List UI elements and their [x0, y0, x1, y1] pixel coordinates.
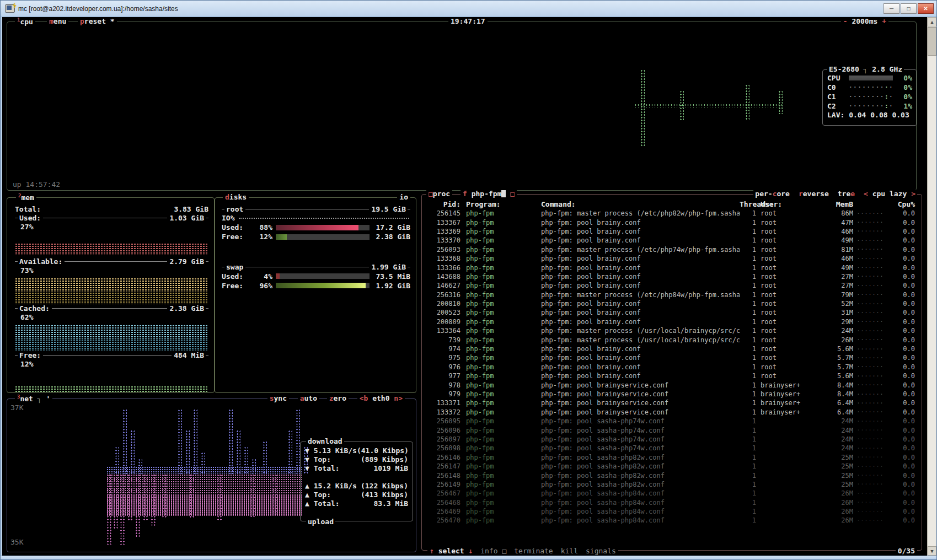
- proc-row[interactable]: 976php-fpmphp-fpm: pool brainy.conf1root…: [422, 363, 922, 371]
- proc-row[interactable]: 146627php-fpmphp-fpm: pool brainy.conf1r…: [422, 281, 922, 290]
- net-interface-selector[interactable]: <b eth0 n>: [357, 394, 405, 402]
- menu-button[interactable]: menu: [47, 17, 68, 25]
- signals-button[interactable]: signals: [586, 547, 616, 555]
- proc-row[interactable]: 256468php-fpmphp-fpm: pool sasha-php84w.…: [422, 498, 922, 507]
- maximize-button[interactable]: □: [901, 3, 917, 14]
- scroll-down-icon[interactable]: ▼: [928, 546, 936, 556]
- proc-row[interactable]: 256093php-fpmphp-fpm: master process (/e…: [422, 245, 922, 254]
- scrollbar-thumb[interactable]: [928, 27, 936, 56]
- net-download-spike: [244, 446, 248, 474]
- proc-row[interactable]: 133367php-fpmphp-fpm: pool brainy.conf1r…: [422, 218, 922, 227]
- proc-cell-usr: brainyser+: [761, 408, 821, 416]
- proc-row[interactable]: 200810php-fpmphp-fpm: pool brainy.conf1r…: [422, 299, 922, 308]
- proc-row[interactable]: 256147php-fpmphp-fpm: pool sasha-php82w.…: [422, 462, 922, 471]
- mem-total-row: Total:3.83 GiB: [15, 204, 208, 214]
- proc-row[interactable]: 256469php-fpmphp-fpm: pool sasha-php84w.…: [422, 507, 922, 516]
- close-button[interactable]: ✕: [918, 3, 934, 14]
- proc-box-toggle[interactable]: □proc: [426, 190, 452, 198]
- proc-row[interactable]: 256148php-fpmphp-fpm: pool sasha-php82w.…: [422, 471, 922, 480]
- scroll-up-icon[interactable]: ▲: [928, 17, 936, 26]
- proc-cell-prog: php-fpm: [466, 300, 541, 308]
- proc-row[interactable]: 256145php-fpmphp-fpm: master process (/e…: [422, 209, 922, 218]
- proc-row[interactable]: 256149php-fpmphp-fpm: pool sasha-php82w.…: [422, 480, 922, 489]
- proc-cell-prog: php-fpm: [466, 228, 541, 235]
- proc-cell-cpu: 0.0: [887, 427, 915, 434]
- proc-cell-prog: php-fpm: [466, 499, 541, 507]
- proc-row[interactable]: 133372php-fpmphp-fpm: pool brainyservice…: [422, 408, 922, 417]
- app-window: ϟ mc [root@a202.itdeveloper.com.ua]:/hom…: [0, 0, 937, 560]
- proc-row[interactable]: 200809php-fpmphp-fpm: pool brainy.conf1r…: [422, 317, 922, 326]
- proc-row[interactable]: 974php-fpmphp-fpm: pool brainy.conf1root…: [422, 344, 922, 353]
- cpu-model-label: E5-2680 ┐ 2.8 GHz: [827, 65, 904, 73]
- sort-selector[interactable]: < cpu lazy >: [864, 190, 915, 198]
- preset-button[interactable]: preset *: [78, 17, 117, 25]
- per-core-button[interactable]: per-core: [755, 190, 790, 198]
- proc-row[interactable]: 133370php-fpmphp-fpm: pool brainy.conf1r…: [422, 236, 922, 245]
- proc-cell-cpu: 0.0: [887, 354, 915, 362]
- proc-row[interactable]: 133366php-fpmphp-fpm: pool brainy.conf1r…: [422, 263, 922, 272]
- disks-box-toggle[interactable]: disks: [223, 193, 249, 201]
- proc-row[interactable]: 133364php-fpmphp-fpm: master process (/u…: [422, 326, 922, 335]
- interval-decrease-button[interactable]: -: [843, 17, 848, 25]
- proc-cell-thr: 1: [740, 499, 756, 507]
- proc-row[interactable]: 977php-fpmphp-fpm: pool brainy.conf1root…: [422, 371, 922, 380]
- proc-row[interactable]: 256146php-fpmphp-fpm: pool sasha-php82w.…: [422, 453, 922, 462]
- proc-row[interactable]: 133371php-fpmphp-fpm: pool brainyservice…: [422, 399, 922, 407]
- io-mode-button[interactable]: io: [397, 193, 410, 201]
- proc-cell-mem: 27M: [821, 273, 853, 281]
- net-box-toggle[interactable]: 3net ┐ ': [15, 394, 52, 403]
- proc-cell-cpu: 0.0: [887, 236, 915, 244]
- proc-cell-cmd: php-fpm: pool brainy.conf: [541, 228, 740, 235]
- proc-row[interactable]: 975php-fpmphp-fpm: pool brainy.conf1root…: [422, 353, 922, 362]
- proc-row[interactable]: 978php-fpmphp-fpm: pool brainyservice.co…: [422, 380, 922, 389]
- proc-cell-pid: 256468: [429, 499, 461, 507]
- proc-cell-dots: ·······: [853, 301, 887, 307]
- net-upload-spike: [135, 474, 140, 537]
- proc-cell-cpu: 0.0: [887, 372, 915, 380]
- cpu-meter-panel: E5-2680 ┐ 2.8 GHz CPU 0% C0 ············…: [822, 69, 917, 126]
- proc-row[interactable]: 256095php-fpmphp-fpm: pool sasha-php74w.…: [422, 417, 922, 426]
- proc-cell-thr: 1: [740, 454, 756, 461]
- window-scrollbar[interactable]: ▲ ▼: [927, 17, 936, 556]
- net-upload-spike: [127, 474, 132, 521]
- proc-cell-usr: root: [761, 291, 821, 299]
- proc-cell-cpu: 0.0: [887, 291, 915, 299]
- minimize-button[interactable]: ─: [884, 3, 899, 14]
- interval-increase-button[interactable]: +: [882, 17, 886, 25]
- net-upload-spike: [151, 474, 156, 526]
- cpu-box-toggle[interactable]: 1cpu: [15, 17, 35, 26]
- net-auto-button[interactable]: auto: [298, 394, 319, 402]
- proc-row[interactable]: 256096php-fpmphp-fpm: pool sasha-php74w.…: [422, 426, 922, 434]
- proc-cell-mem: 8.4M: [821, 381, 853, 389]
- mem-cached-pct: 62%: [15, 313, 208, 322]
- select-control[interactable]: ↑ select ↓: [430, 547, 473, 555]
- proc-row[interactable]: 256467php-fpmphp-fpm: pool sasha-php84w.…: [422, 489, 922, 498]
- process-filter-input[interactable]: f php-fpm □: [461, 190, 517, 198]
- proc-row[interactable]: 979php-fpmphp-fpm: pool brainyservice.co…: [422, 390, 922, 399]
- proc-row[interactable]: 739php-fpmphp-fpm: master process (/usr/…: [422, 335, 922, 344]
- net-zero-button[interactable]: zero: [327, 394, 349, 402]
- proc-cell-thr: 1: [740, 516, 756, 524]
- proc-row[interactable]: 256098php-fpmphp-fpm: pool sasha-php74w.…: [422, 444, 922, 453]
- window-titlebar[interactable]: ϟ mc [root@a202.itdeveloper.com.ua]:/hom…: [1, 1, 936, 17]
- filter-clear-button[interactable]: □: [510, 190, 515, 198]
- mem-box-toggle[interactable]: 2mem: [16, 193, 36, 202]
- terminate-button[interactable]: terminate: [514, 547, 553, 555]
- proc-row[interactable]: 133368php-fpmphp-fpm: pool brainy.conf1r…: [422, 254, 922, 263]
- kill-button[interactable]: kill: [561, 547, 578, 555]
- proc-box: □proc f php-fpm □ per-core reverse tree …: [421, 194, 922, 551]
- proc-row[interactable]: 143688php-fpmphp-fpm: pool brainy.conf1r…: [422, 272, 922, 281]
- proc-row[interactable]: 256097php-fpmphp-fpm: pool sasha-php74w.…: [422, 435, 922, 444]
- proc-cell-usr: root: [761, 209, 821, 217]
- proc-row[interactable]: 133369php-fpmphp-fpm: pool brainy.conf1r…: [422, 227, 922, 236]
- proc-row[interactable]: 256470php-fpmphp-fpm: pool sasha-php84w.…: [422, 516, 922, 525]
- net-sync-button[interactable]: sync: [267, 394, 289, 402]
- proc-row[interactable]: 200523php-fpmphp-fpm: pool brainy.conf1r…: [422, 308, 922, 317]
- reverse-button[interactable]: reverse: [799, 190, 829, 198]
- update-interval-control[interactable]: - 2000ms +: [841, 17, 888, 25]
- proc-row[interactable]: 256316php-fpmphp-fpm: master process (/e…: [422, 290, 922, 299]
- proc-cell-dots: ·······: [853, 310, 887, 316]
- info-button[interactable]: info □: [480, 547, 506, 555]
- proc-cell-pid: 256096: [429, 427, 461, 434]
- tree-button[interactable]: tree: [838, 190, 855, 198]
